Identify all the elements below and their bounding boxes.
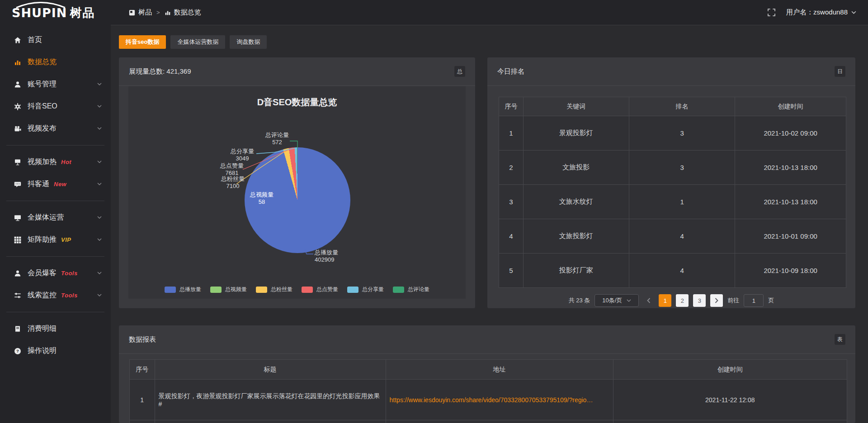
- legend-swatch: [347, 287, 359, 293]
- chart-title: D音SEO数据量总览: [128, 96, 466, 108]
- chevron-down-icon: [97, 160, 102, 164]
- goto-page-input[interactable]: [744, 294, 764, 307]
- daily-view-button[interactable]: 日: [835, 66, 845, 77]
- table-header-row: 序号 关键词 排名 创建时间: [499, 97, 846, 116]
- breadcrumb-separator: >: [156, 9, 160, 16]
- panel-header: 数据报表 表: [119, 325, 855, 354]
- ranking-table: 序号 关键词 排名 创建时间 1 景观投影灯 3 2021-10-02 09:0…: [499, 97, 846, 288]
- menu-divider: [6, 201, 104, 201]
- chevron-down-icon: [97, 294, 102, 297]
- chevron-down-icon: [627, 299, 631, 302]
- goto-unit-label: 页: [768, 296, 774, 305]
- tools-badge: Tools: [61, 270, 78, 277]
- chevron-down-icon: [97, 127, 102, 130]
- chevron-down-icon: [97, 105, 102, 108]
- table-row: 5 投影灯厂家 4 2021-10-09 18:00: [499, 254, 846, 288]
- legend-item-likes[interactable]: 总点赞量: [302, 286, 338, 293]
- pagination: 共 23 条 10条/页 1 2 3 前往 页: [487, 294, 855, 307]
- tab-douyin-seo-data[interactable]: 抖音seo数据: [119, 35, 166, 49]
- table-row: [130, 420, 847, 423]
- sidebar-item-member-burst[interactable]: 会员爆客 Tools: [0, 262, 111, 284]
- prev-page-icon[interactable]: [643, 294, 654, 307]
- total-view-button[interactable]: 总: [454, 66, 465, 77]
- gear-icon: [14, 103, 22, 111]
- tab-inquiry-data[interactable]: 询盘数据: [230, 35, 267, 49]
- table-view-button[interactable]: 表: [835, 334, 845, 345]
- sidebar-item-account[interactable]: 账号管理: [0, 73, 111, 95]
- logo-arc: [14, 2, 68, 8]
- seo-overview-panel: 展现量总数: 421,369 总 D音SEO数据量总览 总评论量 572 总分享…: [119, 57, 475, 308]
- legend-swatch: [393, 287, 404, 293]
- pie-chart-area: D音SEO数据量总览 总评论量 572 总分享量 3049 总点赞量 7681: [128, 86, 466, 299]
- sidebar-menu: 首页 数据总览 账号管理 抖音SEO 视频发布: [0, 25, 111, 362]
- video-camera-icon: [14, 125, 22, 133]
- menu-divider: [6, 312, 104, 312]
- pie-label-likes: 总点赞量 7681: [218, 162, 246, 177]
- bar-chart-icon: [165, 9, 171, 16]
- breadcrumb-item-current[interactable]: 数据总览: [165, 8, 201, 17]
- table-header-row: 序号 标题 地址 创建时间: [130, 360, 847, 380]
- sidebar-item-douketong[interactable]: 抖客通 New: [0, 173, 111, 195]
- sidebar-item-matrix-boost[interactable]: 矩阵助推 VIP: [0, 229, 111, 251]
- sidebar-item-home[interactable]: 首页: [0, 29, 111, 51]
- page-size-select[interactable]: 10条/页: [594, 294, 639, 307]
- legend-swatch: [302, 287, 313, 293]
- legend-item-comments[interactable]: 总评论量: [393, 286, 429, 293]
- chevron-down-icon: [97, 183, 102, 186]
- total-count-label: 共 23 条: [569, 296, 590, 305]
- menu-divider: [6, 256, 104, 257]
- sidebar-item-data-overview[interactable]: 数据总览: [0, 51, 111, 73]
- hot-badge: Hot: [61, 159, 71, 165]
- pie-label-shares: 总分享量 3049: [229, 148, 256, 162]
- chevron-down-icon: [97, 238, 102, 241]
- topbar-right: 用户名：zswodun88: [768, 8, 856, 17]
- tools-badge: Tools: [61, 292, 78, 299]
- video-link[interactable]: https://www.iesdouyin.com/share/video/70…: [390, 396, 593, 404]
- page-button-3[interactable]: 3: [693, 294, 706, 307]
- grid-icon: [14, 236, 22, 244]
- breadcrumb-item-root[interactable]: 树品: [129, 8, 152, 17]
- topbar: 树品 > 数据总览 用户名：zswodun88: [111, 0, 868, 25]
- tab-all-media-data[interactable]: 全媒体运营数据: [170, 35, 225, 49]
- sidebar-item-video-heat[interactable]: 视频加热 Hot: [0, 151, 111, 173]
- menu-divider: [6, 145, 104, 146]
- data-tabs: 抖音seo数据 全媒体运营数据 询盘数据: [119, 35, 267, 49]
- goto-label: 前往: [727, 296, 739, 305]
- fullscreen-icon[interactable]: [768, 9, 775, 16]
- next-page-icon[interactable]: [710, 294, 723, 307]
- report-panel: 数据报表 表 序号 标题 地址 创建时间 1 景观投影灯，夜游景观投影灯厂家展示…: [119, 325, 855, 423]
- legend-item-shares[interactable]: 总分享量: [347, 286, 384, 293]
- table-row: 1 景观投影灯 3 2021-10-02 09:00: [499, 116, 846, 150]
- panel-header: 展现量总数: 421,369 总: [119, 57, 475, 86]
- dashboard: SHUPIN 树品 首页 数据总览 账号管理 抖音SEO: [0, 0, 868, 423]
- chevron-down-icon: [97, 272, 102, 275]
- table-row: 4 文旅投影灯 4 2021-10-01 09:00: [499, 219, 846, 254]
- sidebar-item-video-publish[interactable]: 视频发布: [0, 118, 111, 140]
- legend-item-plays[interactable]: 总播放量: [165, 286, 201, 293]
- sidebar: SHUPIN 树品 首页 数据总览 账号管理 抖音SEO: [0, 0, 111, 423]
- page-button-2[interactable]: 2: [676, 294, 689, 307]
- page-button-1[interactable]: 1: [659, 294, 671, 307]
- legend-item-videos[interactable]: 总视频量: [210, 286, 247, 293]
- sidebar-item-douyin-seo[interactable]: 抖音SEO: [0, 95, 111, 118]
- sidebar-item-all-media[interactable]: 全媒体运营: [0, 207, 111, 229]
- ranking-panel: 今日排名 日 序号 关键词 排名 创建时间 1 景观投影灯 3 2021-10-…: [487, 57, 855, 308]
- table-row: 1 景观投影灯，夜游景观投影灯厂家展示展示落花灯在花园里的灯光投影应用效果 # …: [130, 380, 847, 420]
- screen-icon: [14, 158, 22, 166]
- legend-swatch: [256, 287, 267, 293]
- report-table: 序号 标题 地址 创建时间 1 景观投影灯，夜游景观投影灯厂家展示展示落花灯在花…: [129, 359, 847, 423]
- panel-title: 今日排名: [497, 67, 524, 76]
- sidebar-item-expense-detail[interactable]: 消费明细: [0, 318, 111, 340]
- panel-title: 展现量总数: 421,369: [129, 67, 191, 76]
- monitor-icon: [14, 214, 22, 222]
- user-menu[interactable]: 用户名：zswodun88: [786, 8, 856, 17]
- legend-item-fans[interactable]: 总粉丝量: [256, 286, 292, 293]
- sidebar-item-lead-monitor[interactable]: 线索监控 Tools: [0, 284, 111, 306]
- app-logo[interactable]: SHUPIN 树品: [0, 0, 111, 25]
- username-label: 用户名：zswodun88: [786, 8, 848, 17]
- logo-text-cn: 树品: [70, 5, 95, 21]
- breadcrumb: 树品 > 数据总览: [129, 8, 201, 17]
- pie-label-fans: 总粉丝量 7100: [219, 175, 247, 190]
- sidebar-item-help[interactable]: ? 操作说明: [0, 340, 111, 362]
- new-badge: New: [54, 181, 66, 188]
